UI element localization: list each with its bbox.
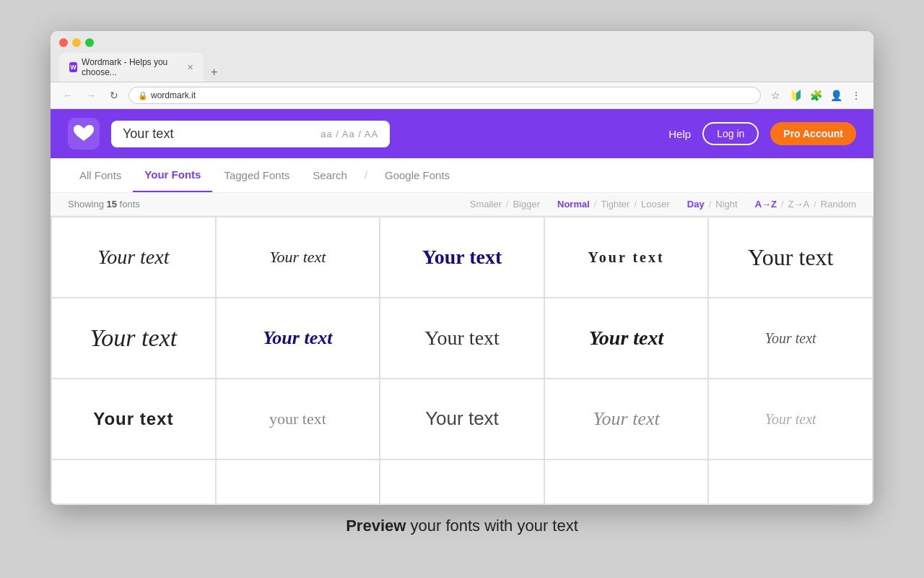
font-card[interactable]: Your text: [217, 217, 380, 297]
font-card[interactable]: Your text: [380, 217, 544, 297]
font-preview-text: your text: [269, 410, 326, 428]
browser-addressbar: ← → ↻ 🔒 wordmark.it ☆ 🔰 🧩 👤 ⋮: [51, 82, 873, 109]
font-card[interactable]: Your text: [709, 298, 872, 378]
sort-az[interactable]: A→Z: [755, 199, 777, 210]
theme-day[interactable]: Day: [687, 199, 705, 210]
showing-prefix: Showing: [68, 199, 106, 210]
maximize-window-dot[interactable]: [85, 38, 94, 47]
window-controls: [59, 38, 865, 47]
spacing-sep1: /: [594, 199, 597, 210]
font-card[interactable]: Your text: [380, 298, 544, 378]
font-card[interactable]: [52, 460, 215, 504]
login-button[interactable]: Log in: [702, 122, 759, 145]
font-preview-text: Your text: [765, 329, 816, 347]
font-preview-text: Your text: [589, 326, 663, 350]
back-button[interactable]: ←: [59, 87, 77, 104]
forward-button[interactable]: →: [82, 87, 100, 104]
tab-title: Wordmark - Helps you choose...: [82, 57, 180, 77]
tab-close-button[interactable]: ✕: [187, 63, 193, 72]
case-options: aa / Aa / AA: [321, 129, 378, 139]
font-card[interactable]: [545, 460, 708, 504]
help-link[interactable]: Help: [668, 128, 691, 140]
font-preview-text: Your text: [93, 409, 173, 430]
font-preview-text: Your text: [263, 327, 332, 349]
font-preview-text: Your text: [588, 249, 665, 266]
sort-random[interactable]: Random: [821, 199, 856, 210]
search-input[interactable]: [123, 126, 267, 142]
font-card[interactable]: [217, 460, 380, 504]
showing-number: 15: [106, 199, 116, 210]
logo-icon: [68, 118, 100, 150]
font-preview-text: Your text: [748, 243, 834, 271]
logo-svg: [72, 124, 95, 144]
nav-item-google-fonts[interactable]: Google Fonts: [373, 159, 461, 191]
spacing-looser[interactable]: Looser: [641, 199, 670, 210]
font-grid: Your text Your text Your text Your text …: [51, 216, 873, 505]
controls-right: Smaller / Bigger Normal / Tighter / Loos…: [470, 199, 856, 210]
profile-button[interactable]: 👤: [827, 87, 845, 104]
font-card[interactable]: Your text: [52, 298, 215, 378]
extension-button-2[interactable]: 🧩: [807, 87, 824, 104]
url-text: wordmark.it: [151, 90, 196, 100]
extension-button-1[interactable]: 🔰: [787, 87, 804, 104]
font-card[interactable]: Your text: [52, 217, 215, 297]
secure-lock-icon: 🔒: [138, 91, 148, 100]
browser-window: W Wordmark - Helps you choose... ✕ + ← →…: [51, 31, 873, 505]
font-card[interactable]: Your text: [709, 217, 872, 297]
browser-tabs: W Wordmark - Helps you choose... ✕ +: [59, 53, 865, 82]
spacing-normal[interactable]: Normal: [557, 199, 590, 210]
spacing-sep2: /: [634, 199, 637, 210]
active-tab[interactable]: W Wordmark - Helps you choose... ✕: [59, 53, 204, 82]
font-card[interactable]: Your text: [545, 298, 708, 378]
font-card[interactable]: [380, 460, 544, 504]
search-bar[interactable]: aa / Aa / AA: [111, 121, 390, 147]
minimize-window-dot[interactable]: [72, 38, 81, 47]
app-content: aa / Aa / AA Help Log in Pro Account All…: [51, 109, 873, 505]
sort-za[interactable]: Z→A: [788, 199, 810, 210]
page-footer: Preview your fonts with your text: [328, 505, 596, 547]
app-logo[interactable]: [68, 118, 100, 150]
footer-bold: Preview: [346, 517, 406, 535]
nav-item-all-fonts[interactable]: All Fonts: [68, 159, 133, 191]
font-card[interactable]: Your text: [545, 217, 708, 297]
app-nav: All Fonts Your Fonts Tagged Fonts Search…: [51, 158, 873, 193]
font-preview-text: Your text: [90, 324, 178, 353]
size-bigger[interactable]: Bigger: [513, 199, 540, 210]
font-preview-text: Your text: [269, 248, 326, 267]
font-preview-text: Your text: [424, 326, 500, 350]
footer-rest: your fonts with your text: [406, 517, 578, 535]
refresh-button[interactable]: ↻: [105, 87, 123, 104]
font-card[interactable]: Your text: [545, 379, 708, 459]
nav-item-tagged-fonts[interactable]: Tagged Fonts: [212, 159, 301, 191]
font-card[interactable]: your text: [217, 379, 380, 459]
size-smaller[interactable]: Smaller: [470, 199, 502, 210]
pro-account-button[interactable]: Pro Account: [770, 122, 856, 145]
spacing-tighter[interactable]: Tighter: [601, 199, 629, 210]
theme-control: Day / Night: [687, 199, 738, 210]
new-tab-button[interactable]: +: [205, 63, 223, 82]
close-window-dot[interactable]: [59, 38, 68, 47]
theme-night[interactable]: Night: [715, 199, 737, 210]
browser-action-buttons: ☆ 🔰 🧩 👤 ⋮: [767, 87, 865, 104]
font-preview-text: Your text: [425, 407, 499, 430]
font-card[interactable]: [709, 460, 872, 504]
sort-control: A→Z / Z→A / Random: [755, 199, 856, 210]
url-bar[interactable]: 🔒 wordmark.it: [128, 87, 761, 104]
size-sep: /: [506, 199, 509, 210]
font-card[interactable]: Your text: [52, 379, 215, 459]
size-control: Smaller / Bigger: [470, 199, 540, 210]
controls-bar: Showing 15 fonts Smaller / Bigger Normal…: [51, 193, 873, 216]
sort-sep1: /: [781, 199, 784, 210]
font-preview-text: Your text: [422, 245, 502, 269]
bookmark-button[interactable]: ☆: [767, 87, 784, 104]
nav-item-your-fonts[interactable]: Your Fonts: [133, 158, 212, 192]
tab-favicon: W: [69, 62, 77, 72]
showing-suffix: fonts: [117, 199, 140, 210]
nav-item-search[interactable]: Search: [301, 159, 359, 191]
font-card[interactable]: Your text: [380, 379, 544, 459]
theme-sep: /: [709, 199, 712, 210]
font-card[interactable]: Your text: [217, 298, 380, 378]
nav-divider: /: [359, 169, 373, 181]
menu-button[interactable]: ⋮: [847, 87, 865, 104]
font-card[interactable]: Your text: [709, 379, 872, 459]
